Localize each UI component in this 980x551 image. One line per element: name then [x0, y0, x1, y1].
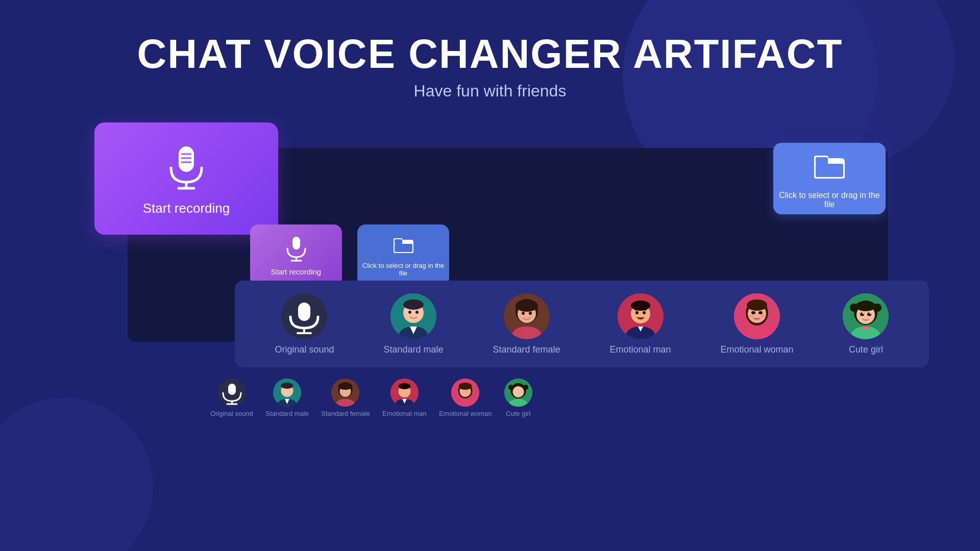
start-recording-label-large: Start recording: [143, 201, 230, 216]
svg-point-44: [747, 299, 767, 311]
svg-point-47: [748, 315, 753, 318]
voice-item-original[interactable]: Original sound: [275, 293, 334, 355]
microphone-icon-medium: [282, 234, 310, 264]
voice-item-emotional-man-small[interactable]: Emotional man: [382, 379, 427, 417]
svg-point-36: [631, 300, 650, 311]
voice-label-cute-girl-small: Cute girl: [506, 410, 530, 417]
folder-icon-medium: [392, 234, 415, 259]
avatar-original: [281, 293, 327, 339]
svg-point-72: [398, 383, 410, 389]
voice-item-std-male-small[interactable]: Standard male: [265, 379, 309, 417]
page-title: CHAT VOICE CHANGER ARTIFACT: [0, 31, 980, 78]
file-select-label-large: Click to select or drag in the file: [773, 191, 886, 209]
voice-item-emotional-woman[interactable]: Emotional woman: [720, 293, 793, 355]
svg-point-57: [863, 312, 864, 314]
svg-point-54: [855, 301, 876, 311]
svg-point-81: [523, 385, 528, 390]
svg-point-25: [403, 299, 424, 310]
avatar-emotional-woman-small: [451, 379, 479, 407]
voice-item-emotional-woman-small[interactable]: Emotional woman: [439, 379, 492, 417]
avatar-original-small: [218, 379, 246, 407]
avatar-emotional-man: [618, 293, 664, 339]
voice-label-std-male-small: Standard male: [265, 410, 309, 417]
avatar-std-female-small: [331, 379, 359, 407]
svg-point-31: [516, 299, 538, 312]
voice-label-original: Original sound: [275, 344, 334, 355]
voice-item-emotional-man[interactable]: Emotional man: [609, 293, 671, 355]
voice-label-emotional-man: Emotional man: [609, 344, 671, 355]
svg-point-33: [529, 312, 532, 315]
voice-bar-small: Original sound Standard male: [197, 372, 546, 423]
microphone-icon-large: [161, 141, 212, 194]
svg-point-37: [635, 311, 639, 314]
voice-label-std-female: Standard female: [493, 344, 560, 355]
voice-item-std-female-small[interactable]: Standard female: [321, 379, 370, 417]
svg-point-65: [281, 383, 293, 389]
svg-point-58: [870, 312, 871, 314]
voice-label-original-small: Original sound: [210, 410, 253, 417]
avatar-std-male-small: [273, 379, 301, 407]
voice-item-original-small[interactable]: Original sound: [210, 379, 253, 417]
voice-label-std-female-small: Standard female: [321, 410, 370, 417]
header: CHAT VOICE CHANGER ARTIFACT Have fun wit…: [0, 0, 980, 101]
svg-rect-9: [816, 164, 843, 177]
svg-point-32: [522, 312, 525, 315]
voice-label-emotional-woman-small: Emotional woman: [439, 410, 492, 417]
voice-label-emotional-woman: Emotional woman: [720, 344, 793, 355]
svg-point-80: [508, 385, 513, 390]
avatar-emotional-man-small: [390, 379, 419, 407]
content-area: Start recording Click to select or drag …: [0, 122, 980, 551]
folder-icon-large: [812, 148, 847, 186]
file-select-card-large[interactable]: Click to select or drag in the file: [773, 143, 886, 214]
voice-item-std-female[interactable]: Standard female: [493, 293, 560, 355]
voice-panel-large: Original sound: [235, 281, 929, 367]
avatar-emotional-woman: [734, 293, 780, 339]
page-subtitle: Have fun with friends: [0, 82, 980, 101]
svg-rect-17: [395, 244, 412, 252]
svg-rect-20: [298, 303, 310, 321]
svg-rect-11: [292, 237, 300, 249]
svg-point-26: [408, 311, 411, 314]
start-recording-card-large[interactable]: Start recording: [94, 122, 278, 235]
svg-rect-60: [228, 384, 236, 395]
svg-point-38: [643, 311, 646, 314]
voice-item-std-male[interactable]: Standard male: [383, 293, 443, 355]
voice-item-cute-girl-small[interactable]: Cute girl: [504, 379, 532, 417]
avatar-cute-girl: [843, 293, 889, 339]
svg-point-76: [459, 383, 472, 390]
voice-label-emotional-man-small: Emotional man: [382, 410, 427, 417]
svg-point-79: [512, 386, 524, 397]
file-select-card-medium[interactable]: Click to select or drag in the file: [357, 224, 449, 286]
svg-rect-18: [395, 239, 402, 244]
svg-rect-0: [179, 146, 194, 172]
svg-rect-10: [816, 157, 828, 164]
svg-point-27: [415, 311, 419, 314]
file-select-label-medium: Click to select or drag in the file: [357, 262, 449, 277]
voice-label-cute-girl: Cute girl: [849, 344, 883, 355]
svg-point-45: [751, 311, 755, 314]
svg-point-46: [758, 311, 763, 314]
voice-item-cute-girl[interactable]: Cute girl: [843, 293, 889, 355]
avatar-cute-girl-small: [504, 379, 532, 407]
avatar-std-female: [504, 293, 550, 339]
svg-point-69: [338, 383, 353, 390]
start-recording-card-medium[interactable]: Start recording: [250, 224, 342, 286]
start-recording-label-medium: Start recording: [271, 267, 321, 276]
svg-point-48: [761, 315, 766, 318]
voice-label-std-male: Standard male: [383, 344, 443, 355]
avatar-std-male: [390, 293, 436, 339]
